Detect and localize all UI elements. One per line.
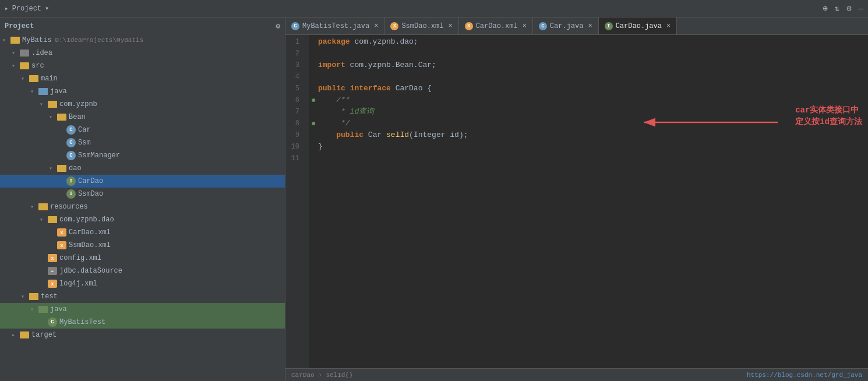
tab-label-car-java: Car.java	[550, 22, 584, 30]
tabs-bar: CMyBatisTest.java×XSsmDao.xml×XCarDao.xm…	[285, 17, 868, 35]
tab-ssmdao-xml[interactable]: XSsmDao.xml×	[384, 17, 458, 34]
tree-item[interactable]: java	[0, 303, 285, 316]
tree-item-label: test	[41, 292, 58, 301]
tree-arrow	[40, 216, 48, 223]
header-settings-icon[interactable]: ⚙	[276, 22, 280, 31]
tree-item[interactable]: ICarDao	[0, 175, 285, 188]
tab-label-mybatistest: MyBatisTest.java	[302, 22, 369, 30]
tree-item[interactable]: MyBatisD:\IdeaProjects\MyBatis	[0, 34, 285, 47]
tree-item[interactable]: XSsmDao.xml	[0, 239, 285, 252]
tree-icon	[38, 88, 48, 95]
tab-cardao-xml[interactable]: XCarDao.xml×	[459, 17, 533, 34]
tab-mybatistest[interactable]: CMyBatisTest.java×	[285, 17, 384, 34]
tree-item[interactable]: CCar	[0, 124, 285, 136]
tree-item[interactable]: Bean	[0, 111, 285, 124]
tree-item[interactable]: CMyBatisTest	[0, 316, 285, 329]
tree-icon: ≡	[48, 267, 57, 275]
tree-icon: C	[66, 151, 76, 160]
tree-item-label: Bean	[69, 113, 86, 121]
code-line-9: public Car selId(Integer id);	[318, 129, 868, 141]
tree-item[interactable]: CSsm	[0, 136, 285, 149]
tree-icon	[20, 331, 29, 338]
tab-label-cardao-java: CarDao.java	[616, 22, 662, 30]
tree-icon	[48, 216, 57, 223]
settings-icon[interactable]: ⚙	[846, 3, 851, 13]
tree-item-label: dao	[69, 164, 82, 172]
tree-item[interactable]: target	[0, 329, 285, 341]
tree-item[interactable]: CSsmManager	[0, 149, 285, 162]
title-bar-project-label: Project	[12, 5, 41, 13]
tab-close-car-java[interactable]: ×	[588, 22, 592, 30]
tree-item-label: jdbc.dataSource	[59, 267, 122, 275]
tree-item[interactable]: ISsmDao	[0, 188, 285, 200]
tree-icon: I	[66, 189, 76, 199]
gutter-icon-6: ●	[311, 94, 316, 106]
tree-arrow	[21, 75, 29, 82]
tree-item-path: D:\IdeaProjects\MyBatis	[55, 37, 143, 44]
editor-area: CMyBatisTest.java×XSsmDao.xml×XCarDao.xm…	[285, 17, 868, 381]
tree-icon	[57, 114, 66, 121]
tree-item[interactable]: com.yzpnb.dao	[0, 213, 285, 226]
title-bar-dropdown-icon[interactable]: ▾	[45, 4, 49, 13]
tree-arrow	[49, 165, 57, 172]
swap-icon[interactable]: ⇅	[835, 3, 839, 13]
line-number-1: 1	[285, 36, 304, 48]
code-line-7: * id查询	[318, 106, 868, 118]
sidebar[interactable]: Project ⚙ MyBatisD:\IdeaProjects\MyBatis…	[0, 17, 285, 381]
tab-cardao-java[interactable]: ICarDao.java×	[599, 17, 677, 34]
tree-item[interactable]: main	[0, 72, 285, 85]
globe-icon[interactable]: ⊕	[823, 3, 827, 13]
tree-item[interactable]: ≡jdbc.dataSource	[0, 264, 285, 277]
tree-item[interactable]: .idea	[0, 47, 285, 59]
tree-item[interactable]: src	[0, 59, 285, 72]
tree-arrow	[2, 37, 10, 44]
line-number-10: 10	[285, 141, 304, 153]
tab-close-cardao-java[interactable]: ×	[666, 22, 671, 30]
status-bar-right: https://blog.csdn.net/grd_java	[747, 372, 862, 379]
tree-icon: C	[66, 138, 76, 147]
tree-item[interactable]: com.yzpnb	[0, 98, 285, 111]
code-line-8: */●	[318, 118, 868, 129]
line-number-7: 7	[285, 106, 304, 118]
tree-icon	[48, 101, 57, 108]
code-area[interactable]: package com.yzpnb.dao; import com.yzpnb.…	[309, 35, 868, 368]
tree-item-label: SsmDao	[78, 190, 103, 198]
tree-item-label: config.xml	[59, 254, 101, 262]
tab-close-ssmdao-xml[interactable]: ×	[448, 22, 452, 30]
tab-icon-ssmdao-xml: X	[390, 22, 398, 30]
tree-icon	[20, 50, 29, 57]
tree-item[interactable]: Xconfig.xml	[0, 252, 285, 264]
code-line-1: package com.yzpnb.dao;	[318, 36, 868, 48]
tree-item-label: Ssm	[78, 139, 91, 147]
tab-close-mybatistest[interactable]: ×	[374, 22, 378, 30]
tree-item[interactable]: XCarDao.xml	[0, 226, 285, 239]
tab-label-cardao-xml: CarDao.xml	[476, 22, 518, 30]
tab-close-cardao-xml[interactable]: ×	[523, 22, 527, 30]
tree-icon: C	[48, 318, 57, 327]
line-number-5: 5	[285, 83, 304, 94]
tree-arrow	[12, 62, 20, 69]
tree-item[interactable]: java	[0, 85, 285, 98]
status-bar-left: CarDao › selId()	[291, 372, 353, 379]
tree-item[interactable]: Xlog4j.xml	[0, 277, 285, 290]
tree-item-label: .idea	[31, 49, 52, 57]
tree-icon	[38, 203, 48, 210]
tree-arrow	[30, 306, 38, 313]
tree-icon	[29, 293, 38, 300]
tree-item-label: CarDao	[78, 177, 103, 185]
tabs-container: CMyBatisTest.java×XSsmDao.xml×XCarDao.xm…	[285, 17, 677, 34]
tree-icon: C	[66, 125, 76, 135]
tree-icon	[38, 306, 48, 313]
tab-label-ssmdao-xml: SsmDao.xml	[401, 22, 443, 30]
tree-item[interactable]: test	[0, 290, 285, 303]
line-number-11: 11	[285, 153, 304, 164]
tree-arrow	[12, 331, 20, 338]
project-header-icons: ⚙	[276, 22, 280, 31]
tree-item[interactable]: dao	[0, 162, 285, 175]
tree-item-label: java	[50, 87, 67, 96]
tree-item-label: com.yzpnb.dao	[59, 216, 114, 224]
tree-icon	[10, 37, 20, 44]
tab-car-java[interactable]: CCar.java×	[533, 17, 599, 34]
tree-item[interactable]: resources	[0, 200, 285, 213]
minimize-icon[interactable]: —	[859, 4, 863, 13]
